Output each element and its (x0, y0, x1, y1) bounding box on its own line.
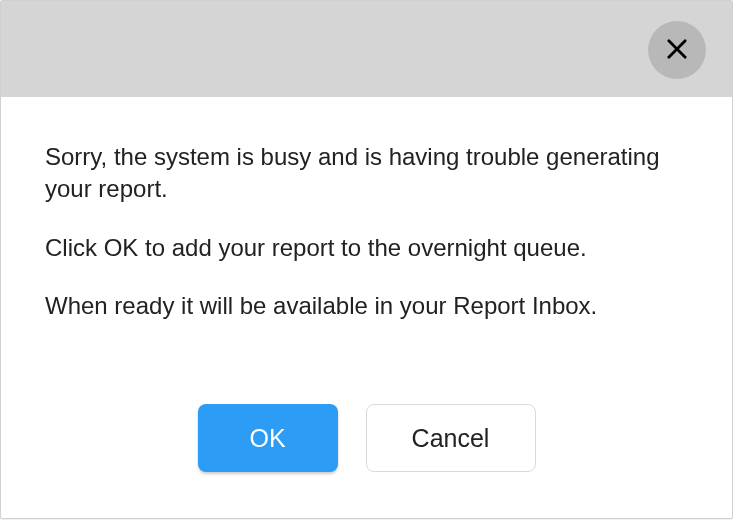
alert-dialog: Sorry, the system is busy and is having … (0, 0, 733, 519)
dialog-header (1, 1, 732, 97)
dialog-message-3: When ready it will be available in your … (45, 290, 688, 322)
dialog-message-2: Click OK to add your report to the overn… (45, 232, 688, 264)
ok-button[interactable]: OK (198, 404, 338, 472)
dialog-message-1: Sorry, the system is busy and is having … (45, 141, 688, 206)
dialog-body: Sorry, the system is busy and is having … (1, 97, 732, 394)
cancel-button[interactable]: Cancel (366, 404, 536, 472)
close-button[interactable] (648, 21, 706, 79)
close-icon (663, 35, 691, 66)
dialog-footer: OK Cancel (1, 394, 732, 518)
